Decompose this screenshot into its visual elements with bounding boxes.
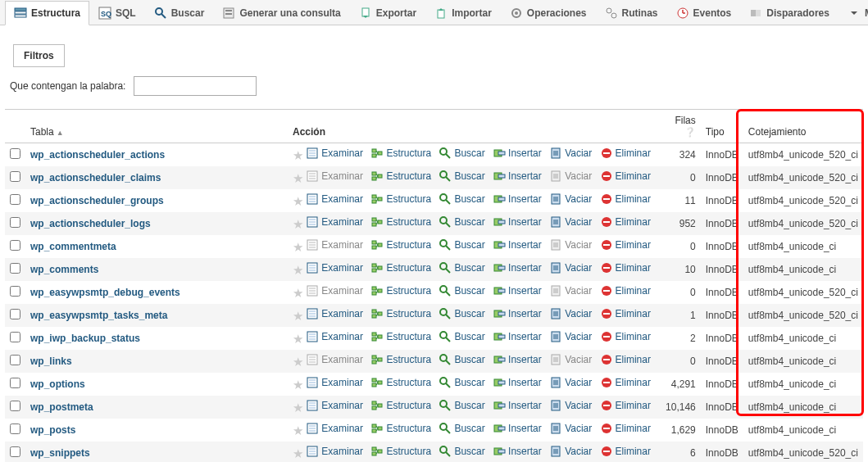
table-name-link[interactable]: wp_commentmeta bbox=[30, 241, 116, 252]
structure-link[interactable]: Estructura bbox=[370, 353, 431, 366]
tab-operaciones[interactable]: Operaciones bbox=[501, 1, 596, 25]
empty-link[interactable]: Vaciar bbox=[549, 215, 592, 229]
row-checkbox[interactable] bbox=[10, 194, 20, 205]
drop-link[interactable]: Eliminar bbox=[600, 261, 651, 274]
empty-link[interactable]: Vaciar bbox=[549, 445, 592, 458]
insert-link[interactable]: Insertar bbox=[493, 353, 542, 366]
drop-link[interactable]: Eliminar bbox=[600, 192, 651, 206]
row-checkbox[interactable] bbox=[10, 263, 20, 274]
table-name-link[interactable]: wp_postmeta bbox=[30, 401, 93, 413]
row-checkbox[interactable] bbox=[10, 446, 20, 457]
empty-link[interactable]: Vaciar bbox=[549, 399, 592, 412]
favorite-star-icon[interactable]: ★ bbox=[293, 378, 303, 392]
insert-link[interactable]: Insertar bbox=[493, 399, 542, 412]
drop-link[interactable]: Eliminar bbox=[600, 284, 651, 297]
favorite-star-icon[interactable]: ★ bbox=[293, 240, 303, 254]
table-name-link[interactable]: wp_actionscheduler_logs bbox=[30, 218, 151, 229]
structure-link[interactable]: Estructura bbox=[370, 261, 431, 274]
empty-link[interactable]: Vaciar bbox=[549, 261, 592, 274]
insert-link[interactable]: Insertar bbox=[493, 215, 542, 229]
search-link[interactable]: Buscar bbox=[439, 445, 484, 458]
empty-link[interactable]: Vaciar bbox=[549, 147, 592, 160]
empty-link[interactable]: Vaciar bbox=[549, 422, 592, 435]
tab-importar[interactable]: Importar bbox=[425, 1, 501, 25]
browse-link[interactable]: Examinar bbox=[306, 399, 363, 412]
tab-buscar[interactable]: Buscar bbox=[145, 1, 214, 25]
col-cotejamiento[interactable]: Cotejamiento bbox=[743, 110, 863, 143]
favorite-star-icon[interactable]: ★ bbox=[293, 286, 303, 300]
structure-link[interactable]: Estructura bbox=[370, 238, 431, 251]
tab-generar-una-consulta[interactable]: Generar una consulta bbox=[213, 1, 349, 25]
table-name-link[interactable]: wp_posts bbox=[30, 424, 75, 436]
insert-link[interactable]: Insertar bbox=[493, 261, 542, 274]
structure-link[interactable]: Estructura bbox=[370, 215, 431, 229]
browse-link[interactable]: Examinar bbox=[306, 215, 363, 229]
drop-link[interactable]: Eliminar bbox=[600, 399, 651, 412]
table-name-link[interactable]: wp_actionscheduler_groups bbox=[30, 195, 164, 206]
insert-link[interactable]: Insertar bbox=[493, 284, 542, 297]
structure-link[interactable]: Estructura bbox=[370, 445, 431, 458]
browse-link[interactable]: Examinar bbox=[306, 376, 363, 389]
table-name-link[interactable]: wp_easywpsmtp_tasks_meta bbox=[30, 310, 167, 321]
search-link[interactable]: Buscar bbox=[439, 238, 484, 251]
browse-link[interactable]: Examinar bbox=[306, 445, 363, 458]
browse-link[interactable]: Examinar bbox=[306, 307, 363, 320]
empty-link[interactable]: Vaciar bbox=[549, 330, 592, 343]
browse-link[interactable]: Examinar bbox=[306, 192, 363, 206]
drop-link[interactable]: Eliminar bbox=[600, 353, 651, 366]
insert-link[interactable]: Insertar bbox=[493, 307, 542, 320]
search-link[interactable]: Buscar bbox=[439, 376, 484, 389]
browse-link[interactable]: Examinar bbox=[306, 261, 363, 274]
col-filas[interactable]: Filas❔ bbox=[661, 110, 701, 143]
browse-link[interactable]: Examinar bbox=[306, 422, 363, 435]
search-link[interactable]: Buscar bbox=[439, 147, 484, 160]
favorite-star-icon[interactable]: ★ bbox=[293, 194, 303, 208]
search-link[interactable]: Buscar bbox=[439, 284, 484, 297]
search-link[interactable]: Buscar bbox=[439, 422, 484, 435]
insert-link[interactable]: Insertar bbox=[493, 445, 542, 458]
search-link[interactable]: Buscar bbox=[439, 307, 484, 320]
col-tabla[interactable]: Tabla▲ bbox=[25, 110, 288, 143]
favorite-star-icon[interactable]: ★ bbox=[293, 446, 303, 460]
empty-link[interactable]: Vaciar bbox=[549, 307, 592, 320]
tab-disparadores[interactable]: Disparadores bbox=[740, 1, 838, 25]
structure-link[interactable]: Estructura bbox=[370, 147, 431, 160]
row-checkbox[interactable] bbox=[10, 424, 20, 434]
search-link[interactable]: Buscar bbox=[439, 353, 484, 366]
favorite-star-icon[interactable]: ★ bbox=[293, 424, 303, 437]
favorite-star-icon[interactable]: ★ bbox=[293, 263, 303, 277]
search-link[interactable]: Buscar bbox=[439, 330, 484, 343]
filter-input[interactable] bbox=[134, 76, 257, 96]
structure-link[interactable]: Estructura bbox=[370, 399, 431, 412]
insert-link[interactable]: Insertar bbox=[493, 170, 542, 183]
search-link[interactable]: Buscar bbox=[439, 170, 484, 183]
search-link[interactable]: Buscar bbox=[439, 399, 484, 412]
structure-link[interactable]: Estructura bbox=[370, 330, 431, 343]
search-link[interactable]: Buscar bbox=[439, 261, 484, 274]
tab-exportar[interactable]: Exportar bbox=[350, 1, 425, 25]
empty-link[interactable]: Vaciar bbox=[549, 376, 592, 389]
row-checkbox[interactable] bbox=[10, 286, 20, 297]
browse-link[interactable]: Examinar bbox=[306, 147, 363, 160]
tab-eventos[interactable]: Eventos bbox=[667, 1, 741, 25]
structure-link[interactable]: Estructura bbox=[370, 170, 431, 183]
row-checkbox[interactable] bbox=[10, 217, 20, 228]
structure-link[interactable]: Estructura bbox=[370, 307, 431, 320]
table-name-link[interactable]: wp_iwp_backup_status bbox=[30, 333, 140, 344]
table-name-link[interactable]: wp_actionscheduler_claims bbox=[30, 172, 161, 183]
drop-link[interactable]: Eliminar bbox=[600, 376, 651, 389]
structure-link[interactable]: Estructura bbox=[370, 422, 431, 435]
tab-má[interactable]: Má bbox=[838, 1, 868, 25]
drop-link[interactable]: Eliminar bbox=[600, 330, 651, 343]
table-name-link[interactable]: wp_snippets bbox=[30, 447, 90, 459]
col-tipo[interactable]: Tipo bbox=[701, 110, 743, 143]
structure-link[interactable]: Estructura bbox=[370, 376, 431, 389]
table-name-link[interactable]: wp_options bbox=[30, 378, 85, 390]
table-name-link[interactable]: wp_actionscheduler_actions bbox=[30, 149, 165, 161]
favorite-star-icon[interactable]: ★ bbox=[293, 355, 303, 369]
drop-link[interactable]: Eliminar bbox=[600, 307, 651, 320]
help-icon[interactable]: ❔ bbox=[684, 127, 696, 137]
drop-link[interactable]: Eliminar bbox=[600, 147, 651, 160]
insert-link[interactable]: Insertar bbox=[493, 238, 542, 251]
drop-link[interactable]: Eliminar bbox=[600, 422, 651, 435]
